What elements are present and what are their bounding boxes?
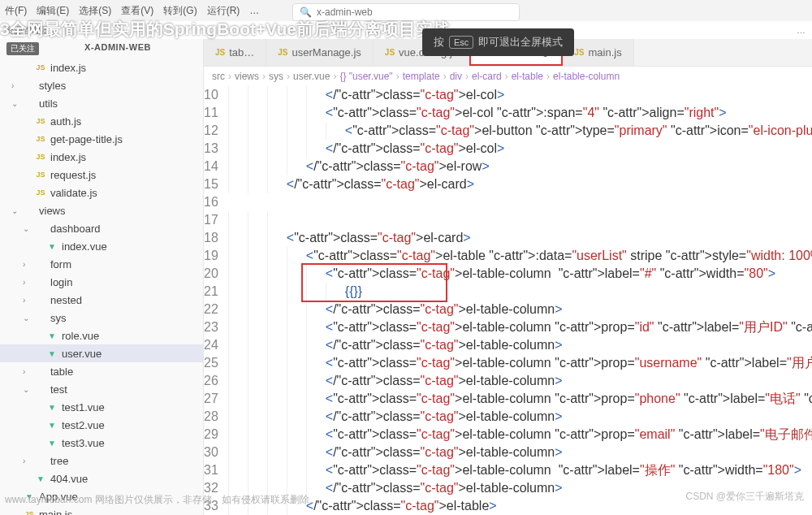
tree-node-404-vue[interactable]: 404.vue <box>0 470 203 487</box>
vue-icon <box>45 403 58 412</box>
tree-node-user-vue[interactable]: user.vue <box>0 344 203 362</box>
tree-label: form <box>50 258 71 270</box>
tree-node-views[interactable]: ⌄views <box>0 201 203 219</box>
tree-label: test1.vue <box>62 401 105 413</box>
menu-item[interactable]: 运行(R) <box>207 4 240 18</box>
chevron-icon: › <box>23 260 34 269</box>
code-line-17[interactable] <box>228 211 812 229</box>
chevron-icon: › <box>11 81 23 90</box>
tree-node-styles[interactable]: ›styles <box>0 76 203 94</box>
code-line-16[interactable] <box>228 193 812 211</box>
code-editor[interactable]: 1011121314151617181920212223242526272829… <box>204 86 812 515</box>
chevron-icon: ⌄ <box>11 206 23 215</box>
tree-node-request-js[interactable]: request.js <box>0 166 203 184</box>
tree-node-test2-vue[interactable]: test2.vue <box>0 416 203 434</box>
code-line-30[interactable]: </"c-attr">class="c-tag">el-table-column… <box>228 444 812 461</box>
js-icon <box>34 63 47 71</box>
esc-key-icon: Esc <box>449 36 473 49</box>
menu-item[interactable]: 转到(G) <box>163 4 197 18</box>
tree-label: get-page-title.js <box>50 133 123 145</box>
js-icon <box>34 153 47 161</box>
code-line-10[interactable]: </"c-attr">class="c-tag">el-col> <box>228 86 812 104</box>
tree-node-tree[interactable]: ›tree <box>0 452 203 470</box>
follow-badge: 已关注 <box>6 42 39 55</box>
breadcrumb-item[interactable]: {} "user.vue" <box>339 71 392 82</box>
tree-node-index-vue[interactable]: index.vue <box>0 237 203 255</box>
chevron-icon: › <box>23 278 34 287</box>
tree-node-test3-vue[interactable]: test3.vue <box>0 434 203 452</box>
tree-node-sys[interactable]: ⌄sys <box>0 309 203 327</box>
js-icon <box>34 117 47 125</box>
code-line-20[interactable]: <"c-attr">class="c-tag">el-table-column … <box>228 265 812 283</box>
code-line-27[interactable]: <"c-attr">class="c-tag">el-table-column … <box>228 390 812 408</box>
file-explorer-sidebar[interactable]: 已关注 X-ADMIN-WEB index.js›styles⌄utilsaut… <box>0 39 204 515</box>
tree-node-validate-js[interactable]: validate.js <box>0 184 203 201</box>
tree-node-auth-js[interactable]: auth.js <box>0 112 203 130</box>
tree-node-test1-vue[interactable]: test1.vue <box>0 398 203 416</box>
chevron-icon: › <box>23 457 34 465</box>
breadcrumb-item[interactable]: sys <box>269 71 283 82</box>
tree-node-nested[interactable]: ›nested <box>0 291 203 309</box>
code-line-15[interactable]: </"c-attr">class="c-tag">el-card> <box>228 175 812 193</box>
menu-item[interactable]: 选择(S) <box>79 4 111 18</box>
code-line-23[interactable]: <"c-attr">class="c-tag">el-table-column … <box>228 318 812 336</box>
tree-node-login[interactable]: ›login <box>0 273 203 291</box>
menu-item[interactable]: 件(F) <box>5 4 27 18</box>
js-icon: JS <box>574 48 584 57</box>
tree-node-role-vue[interactable]: role.vue <box>0 327 203 344</box>
tree-node-index-js[interactable]: index.js <box>0 58 203 76</box>
code-line-24[interactable]: </"c-attr">class="c-tag">el-table-column… <box>228 336 812 354</box>
footer-note: www.taymoban.com 网络图片仅供展示，非存储，如有侵权请联系删除。 <box>5 493 319 507</box>
breadcrumb-item[interactable]: src <box>212 71 225 82</box>
js-icon <box>34 135 47 143</box>
code-line-22[interactable]: </"c-attr">class="c-tag">el-table-column… <box>228 301 812 318</box>
code-line-19[interactable]: <"c-attr">class="c-tag">el-table "c-attr… <box>228 247 812 265</box>
breadcrumb-item[interactable]: views <box>235 71 259 82</box>
breadcrumb-item[interactable]: el-table <box>512 71 543 82</box>
code-line-14[interactable]: </"c-attr">class="c-tag">el-row> <box>228 158 812 175</box>
tree-label: test3.vue <box>62 437 105 449</box>
breadcrumb[interactable]: src›views›sys›user.vue›{} "user.vue"›tem… <box>204 67 812 86</box>
tree-label: tree <box>50 455 68 467</box>
tree-label: test <box>50 383 67 396</box>
js-icon: JS <box>278 48 287 57</box>
js-icon <box>34 188 47 197</box>
chevron-icon: ⌄ <box>23 224 34 233</box>
menu-item[interactable]: 查看(V) <box>121 4 153 18</box>
tree-node-utils[interactable]: ⌄utils <box>0 94 203 112</box>
breadcrumb-item[interactable]: template <box>403 71 440 82</box>
editor-tab-userManage-js[interactable]: JSuserManage.js <box>266 39 374 66</box>
vue-icon <box>45 242 58 251</box>
editor-tab-tab…[interactable]: JStab… <box>204 39 266 66</box>
tree-label: utils <box>39 97 58 110</box>
code-line-12[interactable]: <"c-attr">class="c-tag">el-button "c-att… <box>228 122 812 140</box>
fullscreen-exit-tip: 按 Esc 即可退出全屏模式 <box>422 28 574 56</box>
code-line-13[interactable]: </"c-attr">class="c-tag">el-col> <box>228 140 812 158</box>
tree-label: index.vue <box>62 240 107 253</box>
tree-node-test[interactable]: ⌄test <box>0 380 203 398</box>
breadcrumb-item[interactable]: el-table-column <box>553 71 620 82</box>
code-line-26[interactable]: </"c-attr">class="c-tag">el-table-column… <box>228 372 812 390</box>
code-line-21[interactable]: {{}} <box>228 283 812 301</box>
code-line-31[interactable]: <"c-attr">class="c-tag">el-table-column … <box>228 461 812 479</box>
menu-item[interactable]: 编辑(E) <box>37 4 69 18</box>
breadcrumb-item[interactable]: el-card <box>472 71 502 82</box>
tree-label: user.vue <box>62 348 102 360</box>
code-line-18[interactable]: <"c-attr">class="c-tag">el-card> <box>228 229 812 247</box>
tree-node-index-js[interactable]: index.js <box>0 148 203 166</box>
breadcrumb-item[interactable]: user.vue <box>293 71 330 82</box>
chevron-icon: ⌄ <box>23 385 34 394</box>
search-icon: 🔍 <box>300 6 312 18</box>
vue-icon <box>34 474 47 483</box>
js-icon: JS <box>215 48 225 57</box>
tree-node-table[interactable]: ›table <box>0 362 203 380</box>
menu-item[interactable]: … <box>249 5 259 16</box>
tree-node-get-page-title-js[interactable]: get-page-title.js <box>0 130 203 148</box>
tree-node-dashboard[interactable]: ⌄dashboard <box>0 219 203 237</box>
code-line-11[interactable]: <"c-attr">class="c-tag">el-col "c-attr">… <box>228 104 812 122</box>
code-line-28[interactable]: </"c-attr">class="c-tag">el-table-column… <box>228 408 812 426</box>
tree-node-form[interactable]: ›form <box>0 255 203 273</box>
code-line-29[interactable]: <"c-attr">class="c-tag">el-table-column … <box>228 426 812 444</box>
breadcrumb-item[interactable]: div <box>450 71 462 82</box>
code-line-25[interactable]: <"c-attr">class="c-tag">el-table-column … <box>228 354 812 372</box>
